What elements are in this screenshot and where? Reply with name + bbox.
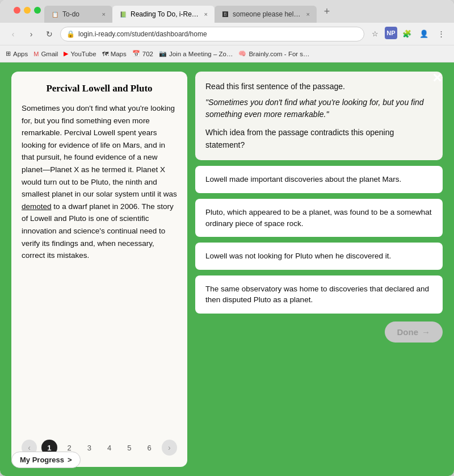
maps-icon: 🗺 [102,51,108,57]
passage-title: Percival Lowell and Pluto [22,83,177,94]
bookmark-702[interactable]: 📅 702 [132,50,153,57]
question-instruction: Read this first sentence of the passage. [205,81,432,93]
bookmark-youtube-label: YouTube [70,51,96,57]
bookmark-apps[interactable]: ⊞ Apps [6,50,28,57]
zoom-icon: 📷 [159,50,167,57]
answer-option-4[interactable]: The same observatory was home to discove… [195,275,443,314]
next-page-button[interactable]: › [162,440,177,456]
page-num-4[interactable]: 4 [102,440,117,456]
close-button[interactable]: ✕ [429,70,445,86]
extensions-button[interactable]: 🧩 [400,27,414,41]
question-text: Which idea from the passage contradicts … [205,127,432,151]
brainly-icon: 🧠 [238,50,246,57]
tab-brainly[interactable]: 🅱 someone please help and answ… × [215,6,317,23]
user-avatar[interactable]: 👤 [417,27,431,41]
bookmark-star-button[interactable]: ☆ [368,27,382,41]
tab-iready-label: Reading To Do, i-Ready [131,10,201,18]
question-quote: "Sometimes you don't find what you're lo… [205,97,432,121]
url-text: login.i-ready.com/student/dashboard/home [78,30,207,38]
back-button[interactable]: ‹ [6,27,20,41]
answer-option-1[interactable]: Lowell made important discoveries about … [195,166,443,193]
tab-todo-icon: 📋 [51,10,59,18]
new-tab-button[interactable]: + [319,3,335,19]
browser-window: 📋 To-do × 📗 Reading To Do, i-Ready × 🅱 s… [0,0,454,476]
bookmark-zoom[interactable]: 📷 Join a Meeting – Zo… [159,50,233,57]
answer-option-2[interactable]: Pluto, which appeared to be a planet, wa… [195,199,443,237]
traffic-lights [14,7,41,14]
done-btn-row: Done → [195,321,443,343]
youtube-icon: ▶ [64,50,68,57]
tab-brainly-label: someone please help and answ… [233,10,303,18]
traffic-light-yellow[interactable] [24,7,31,14]
page-num-3[interactable]: 3 [82,440,97,456]
lock-icon: 🔒 [66,30,75,38]
bookmark-brainly-label: Brainly.com - For s… [249,51,309,57]
tab-iready[interactable]: 📗 Reading To Do, i-Ready × [112,6,215,23]
page-num-5[interactable]: 5 [121,440,137,456]
main-layout: Percival Lowell and Pluto Sometimes you … [0,62,454,476]
bookmark-702-label: 702 [142,51,153,57]
my-progress-label: My Progress [20,456,64,464]
passage-panel: Percival Lowell and Pluto Sometimes you … [11,72,187,467]
tab-brainly-close[interactable]: × [306,11,310,18]
menu-button[interactable]: ⋮ [434,27,448,41]
bookmark-maps-label: Maps [111,51,127,57]
bookmark-maps[interactable]: 🗺 Maps [102,51,127,57]
page-content: ✕ Percival Lowell and Pluto Sometimes yo… [0,62,454,476]
my-progress-button[interactable]: My Progress > [11,452,81,468]
bookmark-brainly[interactable]: 🧠 Brainly.com - For s… [238,50,309,57]
passage-text: Sometimes you don't find what you're loo… [22,102,177,432]
done-button-arrow: → [422,327,430,337]
bookmark-youtube[interactable]: ▶ YouTube [64,50,96,57]
tab-iready-close[interactable]: × [204,11,208,18]
my-progress-arrow: > [68,456,72,464]
passage-demoted: demoted [22,202,52,211]
bookmark-apps-label: Apps [13,51,28,57]
forward-button[interactable]: › [24,27,39,41]
profile-badge[interactable]: NP [385,27,397,39]
bookmark-gmail-label: Gmail [41,51,58,57]
tab-brainly-icon: 🅱 [221,10,229,18]
bookmark-gmail[interactable]: M Gmail [33,51,58,57]
my-progress-bar: My Progress > [11,452,81,468]
done-button-label: Done [397,327,419,337]
traffic-light-red[interactable] [14,7,20,14]
done-button[interactable]: Done → [385,321,443,343]
apps-icon: ⊞ [6,50,11,57]
tab-bar: 📋 To-do × 📗 Reading To Do, i-Ready × 🅱 s… [0,0,454,23]
bookmarks-bar: ⊞ Apps M Gmail ▶ YouTube 🗺 Maps 📅 702 📷 … [0,45,454,62]
tab-todo[interactable]: 📋 To-do × [44,6,112,23]
page-num-6[interactable]: 6 [142,440,157,456]
address-bar[interactable]: 🔒 login.i-ready.com/student/dashboard/ho… [60,27,364,41]
gmail-icon: M [33,51,39,57]
answer-option-3[interactable]: Lowell was not looking for Pluto when he… [195,243,443,270]
nav-bar: ‹ › ↻ 🔒 login.i-ready.com/student/dashbo… [0,23,454,45]
calendar-icon: 📅 [132,50,140,57]
tab-todo-close[interactable]: × [102,11,106,18]
refresh-button[interactable]: ↻ [42,27,57,41]
bookmark-zoom-label: Join a Meeting – Zo… [169,51,233,57]
traffic-light-green[interactable] [34,7,41,14]
passage-text-part1: Sometimes you don't find what you're loo… [22,104,177,198]
question-box: Read this first sentence of the passage.… [195,72,443,160]
tab-todo-label: To-do [62,10,99,18]
tab-iready-icon: 📗 [119,10,127,18]
question-panel: Read this first sentence of the passage.… [195,72,443,467]
